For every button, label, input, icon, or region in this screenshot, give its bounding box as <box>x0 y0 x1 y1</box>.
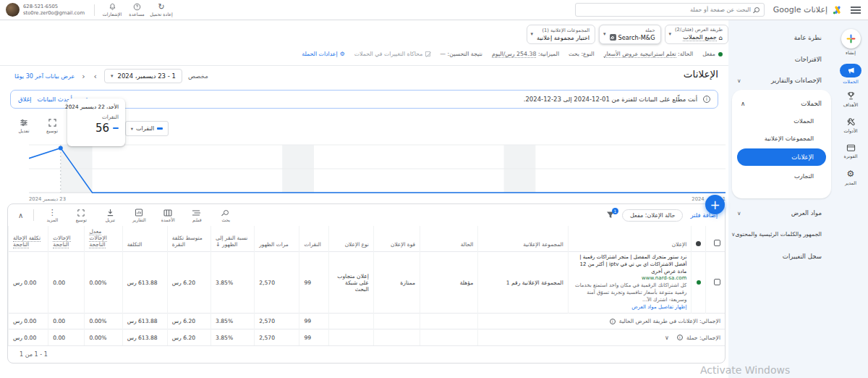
x-axis-labels: 23 ديسمبر 2024 1 ديسمبر 2024 <box>29 196 726 202</box>
avatar[interactable] <box>6 3 20 17</box>
optimization-score: نتيجة التحسين: — <box>440 51 482 57</box>
columns-button[interactable]: الأعمدة <box>157 208 179 222</box>
sidebar-item-insights[interactable]: الإحصاءات والتقارير∨ <box>728 75 833 86</box>
account-email: sto0re.zer0o@gmail.com <box>23 10 85 17</box>
filter-funnel-button[interactable]: 1 <box>606 211 615 219</box>
sidebar-group-campaigns[interactable]: الحملات∧ <box>732 95 831 112</box>
ad-strength: ممتازة <box>373 252 420 314</box>
rail-create-button[interactable]: إنشاء <box>833 29 868 56</box>
col-strength[interactable]: قوة الإعلان <box>373 226 420 252</box>
chevron-down-icon: ∨ <box>737 77 741 84</box>
sidebar-item-audiences[interactable]: الجمهور والكلمات الرئيسية والمحتوى∨ <box>728 228 833 240</box>
report-icon <box>135 208 143 217</box>
ad-url: www.nard-sa.com <box>573 275 687 282</box>
collapse-table-button[interactable]: ∧ <box>15 211 26 219</box>
chart-expand-button[interactable]: توسيع <box>40 119 64 134</box>
col-impressions[interactable]: مرات الظهور <box>255 226 299 252</box>
tooltip-swatch <box>113 127 119 129</box>
col-status[interactable]: الحالة <box>420 226 478 252</box>
sidebar-item-change-history[interactable]: سجل التغييرات <box>728 251 833 262</box>
col-clicks[interactable]: النقرات <box>299 226 328 252</box>
col-cost[interactable]: التكلفة <box>122 226 167 252</box>
activate-windows-watermark: Activate Windows <box>700 364 790 376</box>
table-expand-button[interactable]: توسيع <box>70 208 92 222</box>
ad-row: نرد ستور متجرك المفضل | متجر اشتراكات رق… <box>9 252 726 314</box>
icon-rail: إنشاء الحملات الأهداف الأ <box>833 20 868 378</box>
date-prev-button[interactable]: ‹ <box>80 72 86 81</box>
ad-group-link[interactable]: المجموعة الإعلانية رقم 1 <box>478 252 568 314</box>
select-all-checkbox[interactable] <box>714 240 720 246</box>
ad-ctr: 3.85% <box>211 252 255 314</box>
rail-tools-button[interactable]: الأدوات <box>833 117 868 134</box>
chart-metric-selector[interactable]: النقرات ▾ <box>125 121 169 136</box>
more-button[interactable]: ⋮ المزيد <box>41 208 63 222</box>
campaign-settings-button[interactable]: ⚙إعدادات الحملة <box>302 51 344 57</box>
add-ad-fab[interactable]: + <box>705 195 725 214</box>
segment-button[interactable]: قسّم <box>186 208 208 222</box>
ad-status-filter-chip[interactable]: حالة الإعلان: مفعل <box>622 209 683 222</box>
chevron-up-icon: ∧ <box>741 100 745 107</box>
col-conv-rate[interactable]: معدل الإحالات الناجحة <box>85 226 122 252</box>
table-footer: 1 - 1 من 1 <box>8 345 725 363</box>
ad-details-link[interactable]: إظهار تفاصيل مواد العرض <box>573 304 687 311</box>
download-icon <box>106 208 114 217</box>
menu-icon[interactable] <box>851 7 861 14</box>
enabled-dot <box>718 52 723 56</box>
chart-edit-button[interactable]: تعديل <box>12 119 36 134</box>
ad-status: مؤهلة <box>420 252 478 314</box>
col-ad-group[interactable]: المجموعة الإعلانية <box>478 226 568 252</box>
help-button[interactable]: مساعدة <box>124 1 149 17</box>
reload-button[interactable]: ↻ إعادة تحميل <box>149 1 174 17</box>
reports-button[interactable]: التقارير <box>128 208 150 222</box>
gear-icon: ⚙ <box>833 169 868 179</box>
tooltip-metric: النقرات <box>74 114 119 120</box>
show-last-30-link[interactable]: عرض بيانات آخر 30 يومًا <box>14 73 75 80</box>
banner-text: أنت مطّلع على البيانات للفترة من 01-12-2… <box>524 96 697 103</box>
col-ctr[interactable]: نسبة النقر إلى الظهور ↓ <box>211 226 255 252</box>
sidebar-item-recommendations[interactable]: الاقتراحات <box>728 54 833 65</box>
view-selector[interactable]: طريقة العرض (فئتان/2) ⌂جميع الحملات ▾ <box>665 25 729 44</box>
sidebar-item-ad-groups[interactable]: المجموعات الإعلانية <box>732 130 831 147</box>
expand-icon <box>48 119 56 127</box>
chevron-down-icon: ▾ <box>531 31 534 37</box>
date-next-button[interactable]: › <box>93 72 98 81</box>
rail-campaigns-button[interactable]: الحملات <box>833 64 868 85</box>
clicks-chart-area[interactable] <box>29 143 726 194</box>
main-content: طريقة العرض (فئتان/2) ⌂جميع الحملات ▾ حم… <box>0 20 728 378</box>
sidebar-item-overview[interactable]: نظرة عامة <box>728 32 833 43</box>
table-search-button[interactable]: بحث <box>215 208 237 222</box>
ads-table-card: إضافة فلتر حالة الإعلان: مفعل 1 بحث <box>7 203 726 364</box>
budget-link[interactable]: 254.38 رس/اليوم <box>492 51 536 58</box>
col-ad-type[interactable]: نوع الإعلان <box>328 226 373 252</box>
notifications-button[interactable]: الإشعارات <box>100 1 124 17</box>
context-selectors: طريقة العرض (فئتان/2) ⌂جميع الحملات ▾ حم… <box>140 25 728 44</box>
sidebar-item-assets[interactable]: مواد العرض∨ <box>728 207 833 219</box>
sidebar-item-campaigns[interactable]: الحملات <box>732 112 831 130</box>
col-conversions[interactable]: الإحالات الناجحة <box>48 226 85 252</box>
sliders-icon <box>20 119 28 127</box>
gear-icon: ⚙ <box>340 51 345 57</box>
sidebar-item-ads-active[interactable]: الإعلانات <box>737 148 826 166</box>
rail-goals-button[interactable]: الأهداف <box>833 91 868 108</box>
rail-billing-button[interactable]: الفوترة <box>833 143 868 159</box>
col-avg-cpc[interactable]: متوسط تكلفة النقرة <box>167 226 210 252</box>
bid-strategy-link[interactable]: تعلم استراتيجية عروض الأسعار <box>604 51 676 58</box>
expand-total-chevron[interactable]: ∨ <box>665 335 669 341</box>
ad-clicks: 99 <box>299 252 328 314</box>
home-icon: ⌂ <box>719 34 723 41</box>
campaign-selector[interactable]: حملة Search-M&G ▾ <box>599 25 660 44</box>
ad-preview-cell[interactable]: نرد ستور متجرك المفضل | متجر اشتراكات رق… <box>568 252 692 314</box>
date-mode-label: مخصص <box>188 72 208 80</box>
download-button[interactable]: تنزيل <box>99 208 121 222</box>
adgroup-selector[interactable]: المجموعات الإعلانية (1) اختيار مجموعة إع… <box>527 25 596 44</box>
banner-close-button[interactable]: إغلاق <box>18 96 31 103</box>
sidebar-item-experiments[interactable]: التجارب <box>732 167 831 185</box>
global-search-input[interactable]: البحث عن صفحة أو حملة <box>575 3 765 17</box>
date-range-picker[interactable]: 1 - 23 ديسمبر، 2024 ▾ <box>104 69 182 83</box>
col-ad[interactable]: الإعلان <box>568 226 692 252</box>
col-cost-per-conv[interactable]: تكلفة الإحالة الناجحة <box>9 226 48 252</box>
account-info[interactable]: 628-521-6505 sto0re.zer0o@gmail.com <box>23 4 85 17</box>
row-checkbox[interactable] <box>714 279 720 285</box>
rail-admin-button[interactable]: ⚙ المدير <box>833 169 868 186</box>
simulate-changes: محاكاة التغييرات في الحملات <box>354 51 431 57</box>
